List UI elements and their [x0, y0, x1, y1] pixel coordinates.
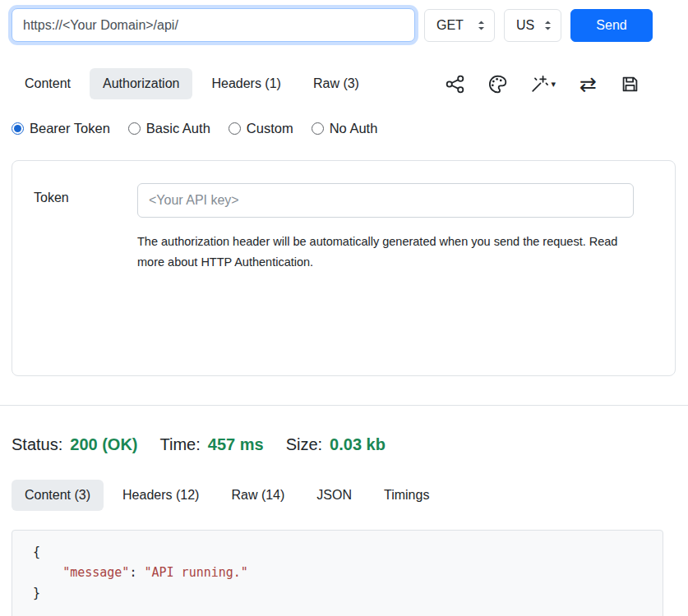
save-icon[interactable] — [621, 75, 640, 94]
radio-icon — [128, 122, 141, 135]
status-label: Status: — [12, 435, 62, 454]
share-icon[interactable] — [446, 75, 464, 94]
updown-chevrons-icon — [543, 19, 553, 32]
auth-option-custom[interactable]: Custom — [229, 121, 293, 136]
json-value: "API running." — [144, 565, 247, 580]
tab-response-json[interactable]: JSON — [303, 480, 365, 511]
tab-raw[interactable]: Raw (3) — [300, 68, 372, 99]
auth-option-no-auth[interactable]: No Auth — [312, 121, 378, 136]
palette-icon[interactable] — [488, 75, 507, 94]
updown-chevrons-icon — [476, 19, 487, 32]
size-value: 0.03 kb — [330, 435, 386, 454]
auth-option-label: Basic Auth — [146, 121, 210, 136]
token-input[interactable] — [137, 183, 634, 218]
auth-option-label: Bearer Token — [30, 121, 110, 136]
time-value: 457 ms — [208, 435, 264, 454]
response-tabs: Content (3) Headers (12) Raw (14) JSON T… — [12, 480, 676, 511]
token-label: Token — [34, 183, 137, 353]
tab-content[interactable]: Content — [12, 68, 84, 99]
code-line: { — [33, 542, 663, 563]
region-select[interactable]: US — [504, 9, 561, 42]
url-input[interactable] — [12, 8, 415, 42]
swap-arrows-icon[interactable]: ⇄ — [579, 74, 597, 94]
time-label: Time: — [160, 435, 201, 454]
request-bar: GET US Send — [12, 8, 676, 42]
code-line: } — [33, 583, 663, 604]
code-line: "message": "API running." — [33, 563, 663, 583]
magic-wand-icon[interactable]: ▾ — [531, 75, 556, 93]
auth-option-bearer-token[interactable]: Bearer Token — [12, 121, 110, 136]
auth-option-label: Custom — [247, 121, 293, 136]
auth-type-group: Bearer Token Basic Auth Custom No Auth — [12, 121, 676, 136]
tab-response-headers[interactable]: Headers (12) — [109, 480, 212, 511]
send-button[interactable]: Send — [570, 9, 653, 42]
tab-headers[interactable]: Headers (1) — [198, 68, 293, 99]
json-key: "message" — [62, 565, 129, 580]
radio-icon — [229, 122, 241, 135]
auth-help-text: The authorization header will be automat… — [137, 232, 632, 274]
response-status-row: Status: 200 (OK) Time: 457 ms Size: 0.03… — [12, 435, 676, 454]
tab-response-raw[interactable]: Raw (14) — [218, 480, 298, 511]
response-body: { "message": "API running." } — [12, 530, 663, 616]
auth-option-basic-auth[interactable]: Basic Auth — [128, 121, 210, 136]
radio-icon — [312, 122, 324, 135]
chevron-down-icon: ▾ — [552, 80, 556, 89]
tab-response-content[interactable]: Content (3) — [12, 480, 104, 511]
method-select-value: GET — [436, 18, 464, 33]
radio-selected-icon — [12, 122, 24, 135]
tab-authorization[interactable]: Authorization — [90, 68, 192, 99]
method-select[interactable]: GET — [424, 9, 495, 42]
api-client-page: GET US Send Content Authorization Header… — [0, 0, 688, 616]
section-divider — [0, 405, 688, 406]
tab-response-timings[interactable]: Timings — [371, 480, 442, 511]
auth-option-label: No Auth — [330, 121, 378, 136]
size-label: Size: — [286, 435, 322, 454]
request-tabs: Content Authorization Headers (1) Raw (3… — [12, 68, 676, 99]
token-column: The authorization header will be automat… — [137, 183, 634, 353]
status-value: 200 (OK) — [70, 435, 137, 454]
auth-panel: Token The authorization header will be a… — [12, 160, 676, 376]
region-select-value: US — [516, 18, 534, 33]
request-toolbar: ▾ ⇄ — [446, 74, 676, 94]
